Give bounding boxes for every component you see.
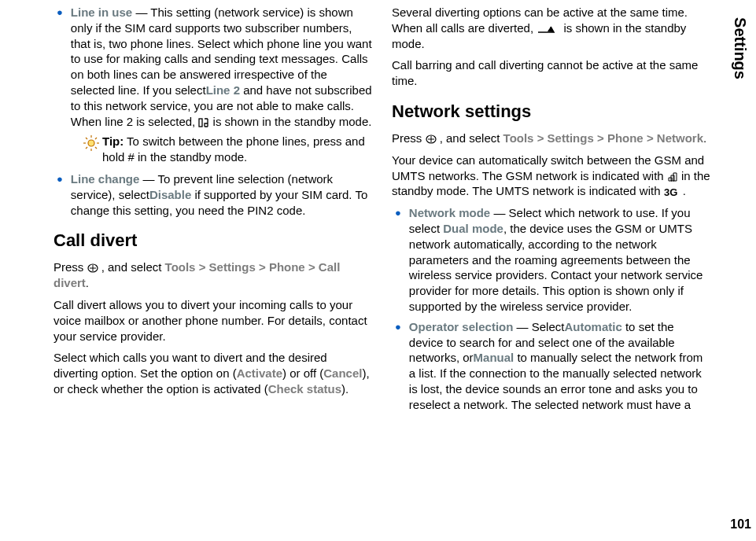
- bullet-operator-selection: ● Operator selection — SelectAutomatic t…: [392, 319, 711, 413]
- lightbulb-icon: [82, 134, 102, 165]
- svg-line-9: [95, 138, 97, 139]
- bullet-dot-icon: ●: [57, 5, 63, 129]
- draft-watermark: Draft: [0, 0, 41, 541]
- svg-line-7: [95, 147, 97, 149]
- side-tab-label: Settings: [728, 5, 751, 91]
- svg-text:3G: 3G: [664, 186, 677, 197]
- press-path-network: Press , and select Tools > Settings > Ph…: [392, 131, 711, 146]
- line2-indicator-icon: [198, 117, 209, 128]
- bullet-dot-icon: ●: [395, 319, 401, 413]
- bullet-dot-icon: ●: [57, 171, 63, 218]
- bullet-line-in-use: ● Line in use — This setting (network se…: [53, 5, 373, 129]
- label-operator-selection: Operator selection: [409, 320, 514, 333]
- label-automatic: Automatic: [564, 320, 621, 333]
- divert-all-icon: [537, 24, 560, 35]
- svg-line-8: [86, 147, 87, 149]
- umts-3g-icon: 3G: [664, 186, 683, 197]
- label-network-mode: Network mode: [409, 206, 490, 219]
- svg-rect-0: [199, 119, 202, 127]
- paragraph: Select which calls you want to divert an…: [53, 350, 373, 396]
- label-line-2: Line 2: [206, 83, 240, 97]
- label-dual-mode: Dual mode: [443, 222, 503, 235]
- tip-row: Tip: To switch between the phone lines, …: [82, 134, 373, 165]
- gsm-signal-icon: [667, 171, 678, 182]
- bullet-line-change: ● Line change — To prevent line selectio…: [53, 171, 373, 218]
- menu-key-icon: [426, 134, 437, 145]
- label-line-change: Line change: [71, 172, 140, 186]
- label-disable: Disable: [149, 188, 191, 201]
- paragraph: Your device can automatically switch bet…: [392, 153, 711, 199]
- svg-line-6: [86, 138, 87, 139]
- paragraph: Call barring and call diverting cannot b…: [392, 57, 711, 89]
- column-left: ● Line in use — This setting (network se…: [44, 5, 382, 536]
- page-number: 101: [730, 517, 751, 532]
- menu-key-icon: [87, 263, 98, 274]
- press-path-call-divert: Press , and select Tools > Settings > Ph…: [53, 259, 373, 291]
- label-line-in-use: Line in use: [71, 6, 132, 19]
- paragraph: Several diverting options can be active …: [392, 5, 711, 51]
- page: Draft ● Line in use — This setting (netw…: [0, 0, 756, 541]
- label-manual: Manual: [474, 351, 514, 364]
- paragraph: Call divert allows you to divert your in…: [53, 297, 373, 344]
- svg-point-1: [88, 140, 94, 146]
- bullet-network-mode: ● Network mode — Select which network to…: [392, 205, 711, 315]
- heading-call-divert: Call divert: [53, 229, 373, 252]
- tip-label: Tip:: [102, 134, 124, 148]
- heading-network-settings: Network settings: [392, 100, 711, 123]
- bullet-dot-icon: ●: [395, 205, 401, 315]
- column-right: Several diverting options can be active …: [382, 5, 721, 536]
